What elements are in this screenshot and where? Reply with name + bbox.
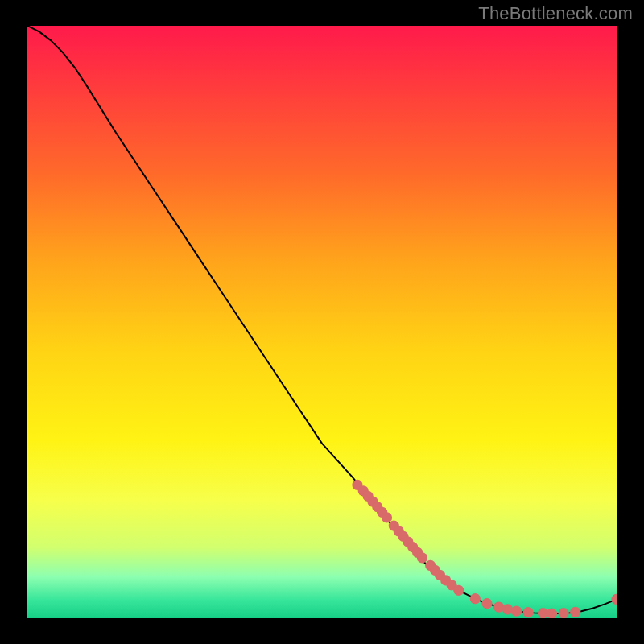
data-point — [611, 594, 617, 605]
data-point — [481, 598, 492, 609]
data-point — [470, 593, 481, 604]
chart-frame: TheBottleneck.com — [0, 0, 644, 644]
chart-svg — [27, 26, 617, 618]
data-point — [382, 512, 392, 522]
data-point — [559, 608, 569, 618]
bottleneck-curve — [27, 26, 617, 613]
data-point — [547, 608, 557, 618]
plot-area — [27, 26, 617, 618]
data-point — [523, 607, 534, 617]
data-point — [453, 585, 464, 596]
data-point — [570, 607, 580, 617]
data-points — [352, 480, 617, 618]
data-point — [417, 552, 427, 563]
data-point — [511, 606, 522, 617]
data-point — [502, 604, 513, 614]
watermark-text: TheBottleneck.com — [478, 3, 633, 24]
